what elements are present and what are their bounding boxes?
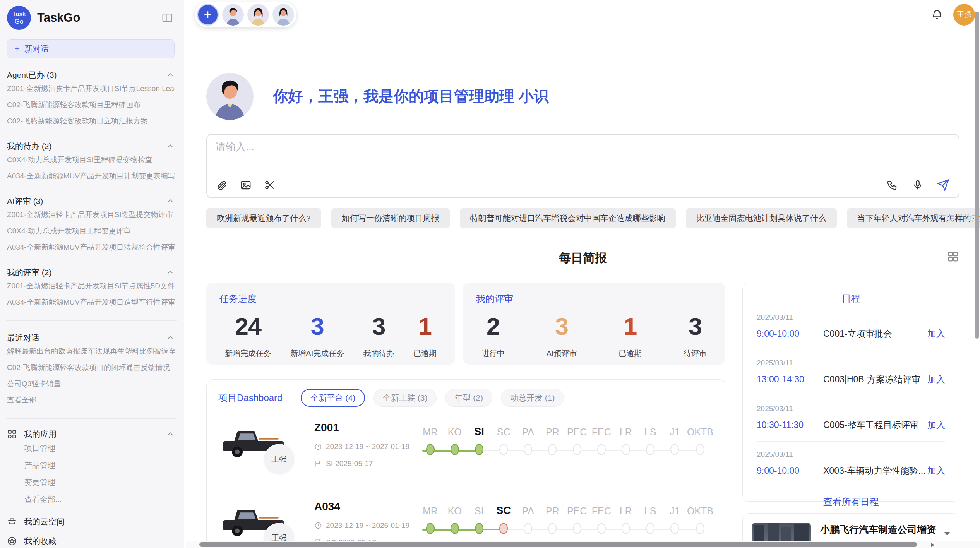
chat-input[interactable]	[216, 141, 666, 153]
project-row[interactable]: 王强 Z001 2023-12-19 ~ 2027-01-19 SI-2025-…	[218, 420, 713, 486]
milestone-label: OKTB	[687, 425, 713, 438]
project-dashboard-card: 项目Dashboard 全新平台 (4) 全新上装 (3) 年型 (2) 动总开…	[206, 379, 725, 548]
sidebar-task-item[interactable]: A034-全新新能源MUV产品开发项目造型可行性评审	[7, 294, 175, 310]
chevron-up-icon[interactable]	[166, 334, 175, 342]
milestone-node	[475, 523, 483, 534]
milestone-node	[670, 444, 679, 455]
sidebar-task-item[interactable]: Z001-全新燃油皮卡产品开发项目SI节点Lesson Learn报告	[7, 80, 175, 97]
project-code: Z001	[314, 421, 418, 434]
my-apps-group[interactable]: 我的应用	[7, 429, 175, 440]
dashboard-filter-chip[interactable]: 动总开发 (1)	[501, 389, 564, 407]
app-sub-item[interactable]: 查看全部...	[7, 491, 175, 508]
card-title: 我的评审	[476, 293, 712, 305]
sidebar-task-item[interactable]: C02-飞腾新能源轻客改款项目里程碑画布	[7, 97, 175, 113]
app-sub-item[interactable]: 产品管理	[7, 457, 175, 474]
left-column: 任务进度 24 新增完成任务 3 新增AI完成任务	[206, 283, 725, 548]
schedule-item: 2025/03/11 13:00-14:30 C003|H0B-方案冻结评审 加…	[757, 350, 945, 396]
dashboard-filter-chip[interactable]: 全新平台 (4)	[301, 389, 365, 407]
sidebar-task-item[interactable]: A034-全新新能源MUV产品开发项目计划变更表编写	[7, 168, 175, 184]
agent-avatar[interactable]	[247, 4, 269, 26]
new-chat-button[interactable]: + 新对话	[7, 39, 175, 58]
project-media: 王强	[218, 420, 314, 486]
agent-avatar[interactable]	[272, 4, 294, 26]
chevron-up-icon[interactable]	[166, 142, 175, 151]
section-count: (3)	[47, 70, 57, 80]
view-all-schedule-link[interactable]: 查看所有日程	[757, 496, 945, 508]
attachment-icon[interactable]	[215, 178, 229, 192]
suggestion-chip[interactable]: 如何写一份清晰的项目周报	[331, 208, 450, 228]
sidebar-task-item[interactable]: C02-飞腾新能源轻客改款项目立项汇报方案	[7, 113, 175, 129]
stat-item: 3 待评审	[684, 312, 707, 359]
section-my-todo[interactable]: 我的待办 (2)	[7, 141, 175, 152]
milestone-label: LS	[644, 425, 656, 438]
microphone-icon[interactable]	[911, 178, 925, 192]
section-my-review[interactable]: 我的评审 (2)	[7, 267, 175, 278]
sidebar-task-item[interactable]: C0X4-动力总成开发项目工程变更评审	[7, 223, 175, 239]
briefing-columns: 任务进度 24 新增完成任务 3 新增AI完成任务	[206, 283, 959, 548]
sidebar-task-item[interactable]: C0X4-动力总成开发项目SI里程碑提交物检查	[7, 152, 175, 168]
recent-chat-item[interactable]: 查看全部...	[7, 392, 175, 408]
suggestion-chip[interactable]: 欧洲新规最近颁布了什么?	[206, 208, 321, 228]
milestone-label: PR	[546, 504, 559, 517]
join-meeting-link[interactable]: 加入	[927, 373, 945, 385]
scissors-icon[interactable]	[263, 178, 277, 192]
section-recent-chats[interactable]: 最近对话	[7, 332, 175, 343]
suggestion-chip[interactable]: 特朗普可能对进口汽车增税会对中国车企造成哪些影响	[460, 208, 676, 228]
image-icon[interactable]	[239, 178, 253, 192]
chevron-up-icon[interactable]	[166, 268, 175, 277]
app-root: Task Go TaskGo + 新对话 Agent已办 (3) Z001-全新…	[0, 0, 980, 548]
vertical-scrollbar-thumb[interactable]	[975, 12, 979, 339]
app-sub-item[interactable]: 变更管理	[7, 474, 175, 491]
join-meeting-link[interactable]: 加入	[927, 328, 945, 340]
phone-icon[interactable]	[885, 178, 899, 192]
recent-chat-item[interactable]: C02-飞腾新能源轻客改款项目的闭环通告反馈情况	[7, 360, 175, 376]
sidebar-item-cloud-space[interactable]: 我的云空间	[7, 516, 175, 527]
sidebar-item-favorites[interactable]: 我的收藏	[7, 536, 175, 546]
dashboard-filter-chip[interactable]: 全新上装 (3)	[373, 389, 437, 407]
milestone: SI	[467, 504, 491, 534]
recent-chat-item[interactable]: 公司Q3轻卡销量	[7, 376, 175, 392]
milestone-label: SI	[475, 504, 484, 517]
milestone-node	[499, 523, 508, 534]
milestone-node	[597, 523, 606, 534]
milestone-node	[499, 444, 508, 455]
cloud-space-label: 我的云空间	[24, 516, 65, 527]
notifications-bell-icon[interactable]	[931, 9, 943, 21]
section-ai-review[interactable]: AI评审 (3)	[7, 196, 175, 207]
layout-grid-icon[interactable]	[947, 251, 959, 262]
project-flag: SI-2025-05-17	[314, 459, 418, 468]
user-avatar[interactable]: 王强	[953, 4, 975, 26]
section-agent-done[interactable]: Agent已办 (3)	[7, 70, 175, 80]
send-icon[interactable]	[936, 178, 950, 192]
chevron-up-icon[interactable]	[166, 197, 175, 206]
join-meeting-link[interactable]: 加入	[927, 465, 945, 477]
add-agent-button[interactable]	[197, 4, 219, 26]
milestone: PA	[516, 504, 540, 534]
scroll-right-arrow-icon[interactable]	[931, 543, 934, 547]
milestone-label: LR	[620, 504, 632, 517]
sidebar-task-item[interactable]: A034-全新新能源MUV产品开发项目法规符合性评审	[7, 239, 175, 255]
sidebar-collapse-icon[interactable]	[160, 10, 175, 25]
chevron-up-icon[interactable]	[166, 71, 175, 79]
agent-avatar[interactable]	[222, 4, 244, 26]
chevron-up-icon[interactable]	[166, 430, 175, 438]
suggestion-chip[interactable]: 当下年轻人对汽车外观有怎样的喜好趋势	[847, 208, 980, 228]
recent-chat-item[interactable]: 解释最新出台的欧盟报废车法规再生塑料比例被调至15%...	[7, 343, 175, 360]
flag-icon	[314, 460, 322, 468]
schedule-item: 2025/03/11 10:30-11:30 C005-整车工程目标评审 加入	[757, 396, 945, 442]
sidebar-task-item[interactable]: Z001-全新燃油轻卡产品开发项目SI造型提交物评审	[7, 207, 175, 223]
app-logo: Task Go	[7, 6, 31, 30]
join-meeting-link[interactable]: 加入	[927, 419, 945, 431]
scroll-down-arrow-icon[interactable]	[944, 532, 950, 536]
milestone-label: J1	[670, 425, 680, 438]
stat-value: 3	[684, 312, 707, 341]
milestone: LS	[638, 504, 663, 534]
dashboard-filter-chip[interactable]: 年型 (2)	[445, 389, 492, 407]
milestone-label: PEC	[567, 425, 587, 438]
milestone: PEC	[565, 504, 589, 534]
suggestion-chip[interactable]: 比亚迪全固态电池计划具体说了什么	[686, 208, 837, 228]
horizontal-scrollbar-thumb[interactable]	[199, 542, 917, 547]
sidebar-task-item[interactable]: Z001-全新燃油轻卡产品开发项目SI节点属性5D文件评审	[7, 278, 175, 294]
project-row[interactable]: 王强 A034 2023-12-19 ~ 2026-01-19 SC-2025-…	[218, 499, 713, 548]
app-sub-item[interactable]: 项目管理	[7, 440, 175, 457]
